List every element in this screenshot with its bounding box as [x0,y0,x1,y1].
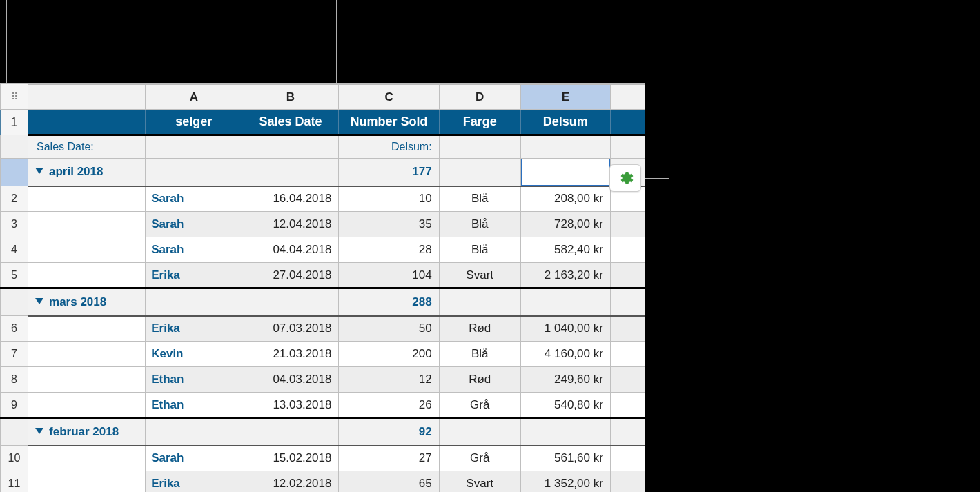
row-number[interactable]: 11 [1,471,28,493]
cell-date[interactable]: 16.04.2018 [242,186,339,212]
cell-date[interactable]: 21.03.2018 [242,342,339,367]
summary-cell[interactable] [242,288,339,316]
column-header-group[interactable] [28,84,146,110]
header-cell-seller[interactable]: selger [146,110,242,135]
row-number[interactable] [1,288,28,316]
empty-cell[interactable] [439,135,520,159]
group-spacer-cell[interactable] [28,342,146,367]
empty-cell[interactable] [610,135,645,159]
cell-subtotal[interactable]: 208,00 kr [520,186,610,212]
column-header-d[interactable]: D [439,84,520,110]
summary-cell[interactable] [439,288,520,316]
cell-number-sold[interactable]: 28 [339,237,439,263]
cell-tail[interactable] [610,471,645,493]
cell-color[interactable]: Grå [439,446,520,471]
cell-color[interactable]: Svart [439,263,520,288]
group-spacer-cell[interactable] [28,263,146,288]
row-number[interactable]: 8 [1,367,28,393]
cell-seller[interactable]: Kevin [146,342,242,367]
header-cell-numbersold[interactable]: Number Sold [339,110,439,135]
group-spacer-cell[interactable] [28,471,146,493]
cell-number-sold[interactable]: 104 [339,263,439,288]
column-header-c[interactable]: C [339,84,439,110]
row-number[interactable]: 2 [1,186,28,212]
cell-number-sold[interactable]: 200 [339,342,439,367]
cell-tail[interactable] [610,367,645,393]
cell-subtotal[interactable]: 249,60 kr [520,367,610,393]
group-toggle[interactable]: april 2018 [28,159,146,186]
cell-seller[interactable]: Sarah [146,212,242,237]
cell-color[interactable]: Blå [439,237,520,263]
cell-date[interactable]: 15.02.2018 [242,446,339,471]
column-header-a[interactable]: A [146,84,242,110]
cell-date[interactable]: 07.03.2018 [242,316,339,342]
cell-number-sold[interactable]: 27 [339,446,439,471]
group-spacer-cell[interactable] [28,316,146,342]
cell-subtotal[interactable]: 1 352,00 kr [520,471,610,493]
cell-number-sold[interactable]: 12 [339,367,439,393]
cell-color[interactable]: Blå [439,342,520,367]
cell-tail[interactable] [610,393,645,418]
header-cell-tail[interactable] [610,110,645,135]
summary-cell[interactable] [520,418,610,446]
cell-color[interactable]: Svart [439,471,520,493]
cell-date[interactable]: 27.04.2018 [242,263,339,288]
header-cell-salesdate[interactable]: Sales Date [242,110,339,135]
cell-date[interactable]: 13.03.2018 [242,393,339,418]
group-spacer-cell[interactable] [28,186,146,212]
row-number[interactable]: 5 [1,263,28,288]
group-subtotal-number[interactable]: 92 [339,418,439,446]
cell-color[interactable]: Rød [439,316,520,342]
row-number[interactable]: 7 [1,342,28,367]
empty-cell[interactable] [520,135,610,159]
empty-cell[interactable] [146,135,242,159]
summary-cell[interactable] [242,159,339,186]
row-number[interactable]: 1 [1,110,28,135]
cell-color[interactable]: Grå [439,393,520,418]
row-number[interactable] [1,418,28,446]
cell-subtotal[interactable]: 540,80 kr [520,393,610,418]
cell-subtotal[interactable]: 2 163,20 kr [520,263,610,288]
table-drag-handle[interactable]: ⠿ [1,84,28,110]
cell-seller[interactable]: Erika [146,316,242,342]
row-number[interactable] [1,159,28,186]
row-number[interactable]: 3 [1,212,28,237]
header-cell-color[interactable]: Farge [439,110,520,135]
summary-cell[interactable] [439,159,520,186]
group-spacer-cell[interactable] [28,367,146,393]
cell-seller[interactable]: Erika [146,263,242,288]
group-subtotal-number[interactable]: 177 [339,159,439,186]
cell-subtotal[interactable]: 582,40 kr [520,237,610,263]
row-number[interactable] [1,135,28,159]
selected-cell[interactable] [520,159,610,186]
cell-tail[interactable] [610,446,645,471]
group-toggle[interactable]: mars 2018 [28,288,146,316]
group-spacer-cell[interactable] [28,237,146,263]
cell-date[interactable]: 12.04.2018 [242,212,339,237]
cell-seller[interactable]: Sarah [146,237,242,263]
summary-cell[interactable] [146,159,242,186]
cell-tail[interactable] [610,237,645,263]
cell-tail[interactable] [610,212,645,237]
cell-subtotal[interactable]: 561,60 kr [520,446,610,471]
summary-cell[interactable] [439,418,520,446]
cell-seller[interactable]: Ethan [146,393,242,418]
summary-action-button[interactable] [609,164,641,192]
group-spacer-cell[interactable] [28,212,146,237]
summary-cell[interactable] [146,288,242,316]
column-header-b[interactable]: B [242,84,339,110]
cell-date[interactable]: 04.03.2018 [242,367,339,393]
row-number[interactable]: 6 [1,316,28,342]
cell-subtotal[interactable]: 1 040,00 kr [520,316,610,342]
cell-date[interactable]: 12.02.2018 [242,471,339,493]
header-cell-empty[interactable] [28,110,146,135]
group-toggle[interactable]: februar 2018 [28,418,146,446]
row-number[interactable]: 4 [1,237,28,263]
cell-seller[interactable]: Erika [146,471,242,493]
cell-seller[interactable]: Sarah [146,186,242,212]
cell-subtotal[interactable]: 4 160,00 kr [520,342,610,367]
cell-number-sold[interactable]: 65 [339,471,439,493]
row-number[interactable]: 9 [1,393,28,418]
cell-date[interactable]: 04.04.2018 [242,237,339,263]
empty-cell[interactable] [242,135,339,159]
